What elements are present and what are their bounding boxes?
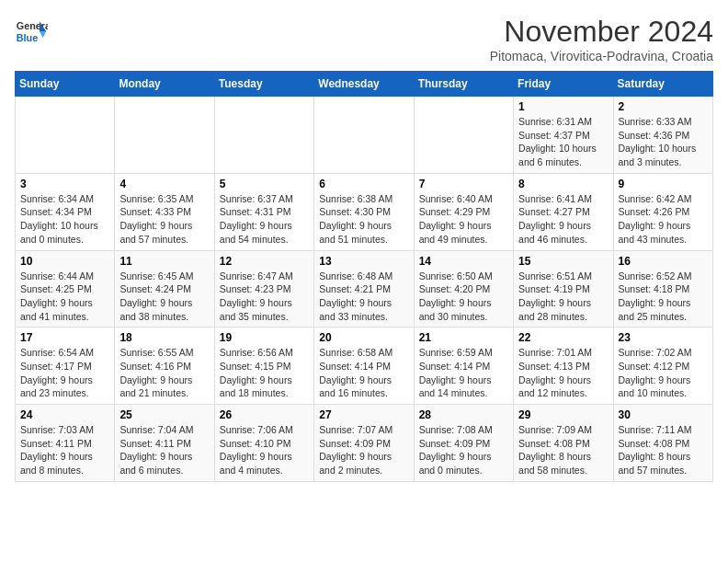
location-subtitle: Pitomaca, Virovitica-Podravina, Croatia <box>490 49 713 63</box>
day-number: 1 <box>518 100 608 113</box>
weekday-header-wednesday: Wednesday <box>314 72 414 97</box>
calendar-cell: 28Sunrise: 7:08 AM Sunset: 4:09 PM Dayli… <box>414 405 513 482</box>
calendar-cell: 20Sunrise: 6:58 AM Sunset: 4:14 PM Dayli… <box>314 327 414 405</box>
calendar-cell: 10Sunrise: 6:44 AM Sunset: 4:25 PM Dayli… <box>16 250 115 327</box>
weekday-header-saturday: Saturday <box>613 72 712 97</box>
day-info: Sunrise: 7:07 AM Sunset: 4:09 PM Dayligh… <box>319 423 408 477</box>
calendar-header: SundayMondayTuesdayWednesdayThursdayFrid… <box>16 72 713 97</box>
day-info: Sunrise: 6:42 AM Sunset: 4:26 PM Dayligh… <box>619 192 708 247</box>
day-number: 27 <box>319 408 408 421</box>
day-number: 4 <box>119 178 209 190</box>
day-info: Sunrise: 6:56 AM Sunset: 4:15 PM Dayligh… <box>220 346 309 400</box>
calendar-cell: 13Sunrise: 6:48 AM Sunset: 4:21 PM Dayli… <box>314 250 414 327</box>
day-info: Sunrise: 7:02 AM Sunset: 4:12 PM Dayligh… <box>619 346 708 400</box>
weekday-header-tuesday: Tuesday <box>214 72 313 97</box>
day-info: Sunrise: 6:37 AM Sunset: 4:31 PM Dayligh… <box>220 192 309 247</box>
day-number: 22 <box>518 331 608 344</box>
week-row-2: 3Sunrise: 6:34 AM Sunset: 4:34 PM Daylig… <box>16 173 713 250</box>
day-number: 5 <box>220 178 309 190</box>
day-number: 12 <box>220 255 309 268</box>
day-number: 14 <box>419 255 508 268</box>
day-number: 9 <box>619 178 708 190</box>
calendar-cell <box>115 97 214 174</box>
calendar-cell: 5Sunrise: 6:37 AM Sunset: 4:31 PM Daylig… <box>214 173 313 250</box>
day-number: 15 <box>518 255 608 268</box>
day-number: 26 <box>220 408 309 421</box>
day-number: 3 <box>20 178 109 190</box>
day-number: 28 <box>419 408 508 421</box>
day-number: 21 <box>419 331 508 344</box>
calendar-cell: 26Sunrise: 7:06 AM Sunset: 4:10 PM Dayli… <box>214 405 313 482</box>
calendar-cell <box>414 97 513 174</box>
day-number: 30 <box>619 408 708 421</box>
day-info: Sunrise: 7:08 AM Sunset: 4:09 PM Dayligh… <box>419 423 508 477</box>
day-info: Sunrise: 7:11 AM Sunset: 4:08 PM Dayligh… <box>619 423 708 477</box>
calendar-cell: 16Sunrise: 6:52 AM Sunset: 4:18 PM Dayli… <box>613 250 712 327</box>
day-number: 7 <box>419 178 508 190</box>
calendar-cell: 27Sunrise: 7:07 AM Sunset: 4:09 PM Dayli… <box>314 405 414 482</box>
day-info: Sunrise: 6:47 AM Sunset: 4:23 PM Dayligh… <box>220 270 309 324</box>
day-number: 29 <box>518 408 608 421</box>
calendar-cell: 15Sunrise: 6:51 AM Sunset: 4:19 PM Dayli… <box>514 250 613 327</box>
day-number: 18 <box>119 331 209 344</box>
day-number: 11 <box>119 255 209 268</box>
logo: General Blue <box>15 15 48 48</box>
calendar-cell: 4Sunrise: 6:35 AM Sunset: 4:33 PM Daylig… <box>115 173 214 250</box>
calendar-cell: 23Sunrise: 7:02 AM Sunset: 4:12 PM Dayli… <box>613 327 712 405</box>
svg-text:Blue: Blue <box>17 32 38 43</box>
day-info: Sunrise: 6:58 AM Sunset: 4:14 PM Dayligh… <box>319 346 408 400</box>
calendar-cell <box>214 97 313 174</box>
calendar-cell: 17Sunrise: 6:54 AM Sunset: 4:17 PM Dayli… <box>16 327 115 405</box>
day-number: 19 <box>220 331 309 344</box>
day-info: Sunrise: 6:51 AM Sunset: 4:19 PM Dayligh… <box>518 270 608 324</box>
calendar-cell: 19Sunrise: 6:56 AM Sunset: 4:15 PM Dayli… <box>214 327 313 405</box>
calendar-cell: 11Sunrise: 6:45 AM Sunset: 4:24 PM Dayli… <box>115 250 214 327</box>
day-number: 16 <box>619 255 708 268</box>
page-header: General Blue November 2024 Pitomaca, Vir… <box>15 15 713 63</box>
day-info: Sunrise: 6:38 AM Sunset: 4:30 PM Dayligh… <box>319 192 408 247</box>
weekday-header-row: SundayMondayTuesdayWednesdayThursdayFrid… <box>16 72 713 97</box>
day-info: Sunrise: 7:09 AM Sunset: 4:08 PM Dayligh… <box>518 423 608 477</box>
weekday-header-thursday: Thursday <box>414 72 513 97</box>
calendar-cell: 14Sunrise: 6:50 AM Sunset: 4:20 PM Dayli… <box>414 250 513 327</box>
calendar-cell: 2Sunrise: 6:33 AM Sunset: 4:36 PM Daylig… <box>613 97 712 174</box>
day-info: Sunrise: 7:06 AM Sunset: 4:10 PM Dayligh… <box>220 423 309 477</box>
calendar-cell: 29Sunrise: 7:09 AM Sunset: 4:08 PM Dayli… <box>514 405 613 482</box>
week-row-5: 24Sunrise: 7:03 AM Sunset: 4:11 PM Dayli… <box>16 405 713 482</box>
calendar-cell: 22Sunrise: 7:01 AM Sunset: 4:13 PM Dayli… <box>514 327 613 405</box>
day-info: Sunrise: 7:03 AM Sunset: 4:11 PM Dayligh… <box>20 423 109 477</box>
calendar-cell: 1Sunrise: 6:31 AM Sunset: 4:37 PM Daylig… <box>514 97 613 174</box>
weekday-header-friday: Friday <box>514 72 613 97</box>
calendar-cell <box>16 97 115 174</box>
day-number: 17 <box>20 331 109 344</box>
title-area: November 2024 Pitomaca, Virovitica-Podra… <box>490 15 713 63</box>
weekday-header-monday: Monday <box>115 72 214 97</box>
day-number: 10 <box>20 255 109 268</box>
day-info: Sunrise: 7:01 AM Sunset: 4:13 PM Dayligh… <box>518 346 608 400</box>
calendar-cell: 24Sunrise: 7:03 AM Sunset: 4:11 PM Dayli… <box>16 405 115 482</box>
calendar-cell: 9Sunrise: 6:42 AM Sunset: 4:26 PM Daylig… <box>613 173 712 250</box>
day-info: Sunrise: 6:41 AM Sunset: 4:27 PM Dayligh… <box>518 192 608 247</box>
day-number: 13 <box>319 255 408 268</box>
day-info: Sunrise: 6:40 AM Sunset: 4:29 PM Dayligh… <box>419 192 508 247</box>
day-info: Sunrise: 6:34 AM Sunset: 4:34 PM Dayligh… <box>20 192 109 247</box>
calendar-cell: 8Sunrise: 6:41 AM Sunset: 4:27 PM Daylig… <box>514 173 613 250</box>
month-title: November 2024 <box>490 15 713 49</box>
day-number: 20 <box>319 331 408 344</box>
day-number: 23 <box>619 331 708 344</box>
day-number: 6 <box>319 178 408 190</box>
day-info: Sunrise: 6:44 AM Sunset: 4:25 PM Dayligh… <box>20 270 109 324</box>
calendar-cell: 12Sunrise: 6:47 AM Sunset: 4:23 PM Dayli… <box>214 250 313 327</box>
day-number: 24 <box>20 408 109 421</box>
day-info: Sunrise: 6:31 AM Sunset: 4:37 PM Dayligh… <box>518 115 608 169</box>
day-info: Sunrise: 6:48 AM Sunset: 4:21 PM Dayligh… <box>319 270 408 324</box>
calendar-cell: 7Sunrise: 6:40 AM Sunset: 4:29 PM Daylig… <box>414 173 513 250</box>
day-info: Sunrise: 6:45 AM Sunset: 4:24 PM Dayligh… <box>119 270 209 324</box>
day-number: 2 <box>619 100 708 113</box>
calendar-cell: 3Sunrise: 6:34 AM Sunset: 4:34 PM Daylig… <box>16 173 115 250</box>
calendar-cell: 25Sunrise: 7:04 AM Sunset: 4:11 PM Dayli… <box>115 405 214 482</box>
day-info: Sunrise: 6:59 AM Sunset: 4:14 PM Dayligh… <box>419 346 508 400</box>
day-number: 25 <box>119 408 209 421</box>
day-number: 8 <box>518 178 608 190</box>
day-info: Sunrise: 6:54 AM Sunset: 4:17 PM Dayligh… <box>20 346 109 400</box>
